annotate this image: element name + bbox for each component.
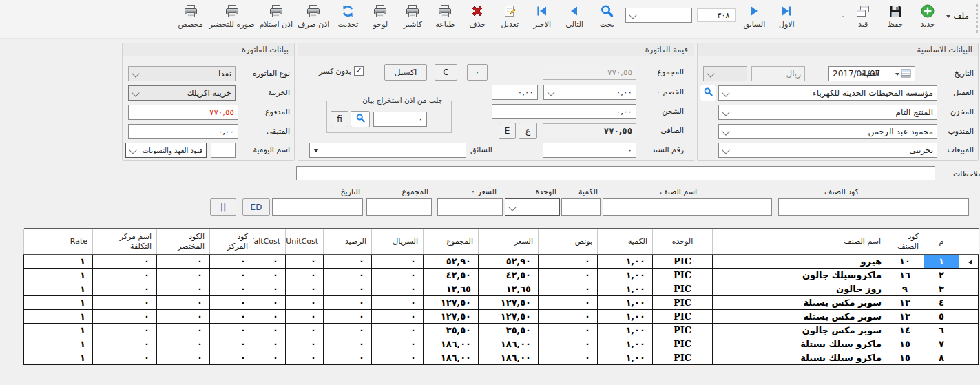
chevron-down-icon[interactable]: [508, 203, 516, 211]
logo-print-button[interactable]: لوجو: [366, 3, 394, 29]
edit-button[interactable]: تعديل: [496, 3, 523, 29]
issue-permit-button[interactable]: اذن صرف: [298, 3, 329, 29]
table-cell[interactable]: ١,٠٠: [598, 282, 653, 296]
grid-header-col-13[interactable]: الكود المختصر: [157, 229, 210, 255]
table-cell[interactable]: ٠: [210, 310, 253, 324]
grid-header-col-4[interactable]: الكمية: [598, 229, 653, 255]
table-cell[interactable]: ١٢,٦٥: [424, 282, 479, 296]
table-cell[interactable]: ٠: [372, 255, 424, 269]
table-cell[interactable]: ٠: [286, 282, 324, 296]
table-cell[interactable]: ٠: [372, 282, 424, 296]
table-cell[interactable]: سوبر مكس بستلة: [713, 310, 886, 324]
table-cell[interactable]: ١: [24, 269, 93, 282]
dot-button[interactable]: .: [842, 10, 844, 19]
table-cell[interactable]: ٠: [253, 255, 286, 269]
shipping-field[interactable]: ٠,٠٠: [492, 104, 636, 119]
table-cell[interactable]: ٠: [372, 324, 424, 337]
table-cell[interactable]: PIC: [653, 337, 713, 351]
table-cell[interactable]: ١٨٦,٠٠: [479, 351, 539, 365]
ed-button[interactable]: ED: [242, 198, 270, 216]
table-cell[interactable]: ٠: [324, 324, 372, 337]
table-cell[interactable]: ٠: [93, 296, 157, 310]
new-button[interactable]: جديد: [914, 3, 941, 29]
table-cell[interactable]: ٠: [539, 351, 598, 365]
table-cell[interactable]: ٠: [324, 282, 372, 296]
table-cell[interactable]: ٠: [372, 337, 424, 351]
previous-button[interactable]: السابق: [740, 3, 768, 29]
grid-header-col-12[interactable]: كود المركز: [210, 229, 253, 255]
table-cell[interactable]: ١: [24, 255, 93, 269]
file-menu[interactable]: ملف: [946, 11, 969, 21]
table-cell[interactable]: ٠: [157, 296, 210, 310]
table-cell[interactable]: ٠: [157, 324, 210, 337]
chevron-down-icon[interactable]: [722, 127, 729, 135]
clear-button[interactable]: C: [435, 64, 457, 81]
table-cell[interactable]: ١٨٦,٠٠: [424, 351, 479, 365]
custom-print-button[interactable]: مخصص: [177, 3, 205, 29]
table-cell[interactable]: ٠: [539, 269, 598, 282]
table-cell[interactable]: ٠: [253, 269, 286, 282]
table-cell[interactable]: ١: [924, 255, 959, 269]
table-cell[interactable]: ٠: [539, 296, 598, 310]
pause-button[interactable]: ||: [210, 198, 236, 216]
table-cell[interactable]: ١: [24, 337, 93, 351]
row-selector-cell[interactable]: [959, 269, 979, 282]
table-cell[interactable]: ٠: [253, 282, 286, 296]
table-cell[interactable]: ٠: [253, 351, 286, 365]
remaining-field[interactable]: ٠,٠٠: [128, 124, 238, 139]
first-button[interactable]: الاول: [773, 3, 800, 29]
table-cell[interactable]: روز جالون: [713, 282, 886, 296]
table-cell[interactable]: ٢: [924, 269, 959, 282]
table-cell[interactable]: ١,٠٠: [598, 324, 653, 337]
grid-header-col-9[interactable]: الرصيد: [324, 229, 372, 255]
table-cell[interactable]: ٠: [210, 269, 253, 282]
fetch-permit-field[interactable]: ٠: [373, 112, 427, 127]
grid-header-col-1[interactable]: كود الصنف: [886, 229, 924, 255]
table-cell[interactable]: ١٨٦,٠٠: [424, 337, 479, 351]
excel-button[interactable]: اكسيل: [384, 64, 427, 81]
table-cell[interactable]: ٠: [286, 296, 324, 310]
table-cell[interactable]: ١٥: [886, 351, 924, 365]
delegate-combo[interactable]: محمود عبد الرحمن: [718, 124, 937, 139]
table-row[interactable]: ٥١٣سوبر مكس بستلةPIC١,٠٠٠١٢٧,٥٠١٢٧,٥٠٠٠٠…: [24, 310, 979, 324]
table-cell[interactable]: ٠: [253, 324, 286, 337]
table-cell[interactable]: ١٢٧,٥٠: [424, 296, 479, 310]
chevron-down-icon[interactable]: [132, 89, 139, 96]
table-cell[interactable]: ماكرو سيلك بستلة: [713, 337, 886, 351]
table-cell[interactable]: ١٨٦,٠٠: [479, 337, 539, 351]
table-cell[interactable]: ٠: [253, 296, 286, 310]
grid-header-col-14[interactable]: اسم مركز التكلفة: [93, 229, 157, 255]
table-cell[interactable]: ٠: [539, 337, 598, 351]
table-cell[interactable]: ٠: [93, 310, 157, 324]
table-cell[interactable]: ٠: [324, 255, 372, 269]
table-cell[interactable]: ٤: [924, 296, 959, 310]
table-cell[interactable]: ١,٠٠: [598, 310, 653, 324]
table-cell[interactable]: ماكرو سيلك بستلة: [713, 351, 886, 365]
table-cell[interactable]: PIC: [653, 310, 713, 324]
table-cell[interactable]: ٠: [286, 324, 324, 337]
grid-header-col-5[interactable]: بونص: [539, 229, 598, 255]
chevron-down-icon[interactable]: [129, 146, 136, 154]
zero-button[interactable]: ٠: [467, 64, 488, 81]
table-row[interactable]: ٢١٦ماكروسيلك جالونPIC١,٠٠٠٤٢,٥٠٤٢,٥٠٠٠٠٠…: [24, 269, 979, 282]
table-cell[interactable]: ٠: [286, 337, 324, 351]
table-cell[interactable]: هيرو: [713, 255, 886, 269]
table-cell[interactable]: ١٦: [886, 269, 924, 282]
table-cell[interactable]: ١,٠٠: [598, 351, 653, 365]
table-cell[interactable]: ٠: [372, 296, 424, 310]
refresh-button[interactable]: تحديث: [334, 3, 362, 29]
table-cell[interactable]: ١٣: [886, 296, 924, 310]
date-caret-icon[interactable]: [895, 73, 899, 78]
dropdown-triangle-icon[interactable]: [313, 149, 319, 155]
paid-field[interactable]: ٧٧٠,٥٥: [128, 105, 238, 120]
grid-header-col-8[interactable]: السريال: [372, 229, 424, 255]
table-cell[interactable]: ١٠: [886, 255, 924, 269]
table-cell[interactable]: ٠: [210, 337, 253, 351]
table-cell[interactable]: ٠: [157, 255, 210, 269]
table-cell[interactable]: ٥: [924, 310, 959, 324]
table-cell[interactable]: ١٢,٦٥: [479, 282, 539, 296]
table-cell[interactable]: ٠: [372, 310, 424, 324]
table-cell[interactable]: ٦: [924, 324, 959, 337]
table-cell[interactable]: ٠: [210, 282, 253, 296]
table-cell[interactable]: ٠: [539, 310, 598, 324]
